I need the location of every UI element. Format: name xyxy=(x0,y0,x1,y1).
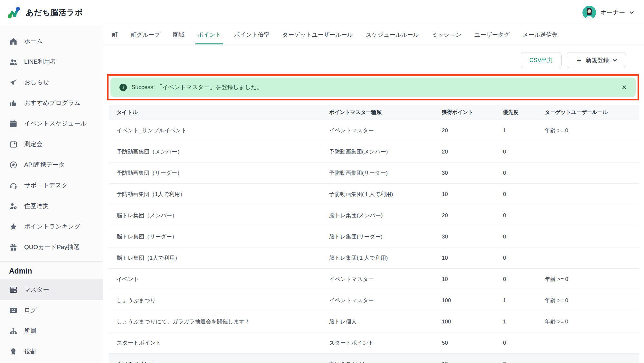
tab-town-group[interactable]: 町グループ xyxy=(124,25,166,44)
home-icon xyxy=(9,37,18,46)
close-icon[interactable]: × xyxy=(622,83,627,91)
avatar[interactable] xyxy=(582,6,596,19)
cell-title: イベント xyxy=(117,275,329,283)
master-icon xyxy=(9,285,18,294)
table-row[interactable]: スタートポイント スタートポイント 50 0 xyxy=(109,332,639,354)
cell-points: 100 xyxy=(442,319,503,325)
table-row[interactable]: 脳トレ集団（1人で利用） 脳トレ集団(１人で利用) 10 0 xyxy=(109,247,639,269)
cell-priority: 0 xyxy=(503,340,545,346)
tab-mail-destination[interactable]: メール送信先 xyxy=(516,25,564,44)
user-menu[interactable]: オーナー xyxy=(582,6,634,19)
sidebar-item-support-desk[interactable]: サポートデスク xyxy=(0,175,103,196)
table-row[interactable]: 予防動画集団（リーダー） 予防動画集団(リーダー) 30 0 xyxy=(109,163,639,184)
points-table: タイトル ポイントマスター種類 獲得ポイント 優先度 ターゲットユーザールール … xyxy=(109,105,639,363)
sidebar-item-label: ログ xyxy=(24,306,37,314)
table-row[interactable]: 脳トレ集団（リーダー） 脳トレ集団(リーダー) 30 0 xyxy=(109,226,639,247)
cell-title: イベント_サンプルイベント xyxy=(117,127,329,134)
cell-title: 脳トレ集団（1人で利用） xyxy=(117,254,329,262)
success-alert: i Success: 「イベントマスター」を登録しました。 × xyxy=(110,78,636,97)
sidebar-item-label: 所属 xyxy=(24,327,36,335)
cell-points: 20 xyxy=(442,212,503,219)
cell-type: 予防動画集団(メンバー) xyxy=(329,148,442,155)
success-alert-message: Success: 「イベントマスター」を登録しました。 xyxy=(131,83,262,91)
cell-type: 予防動画集団(１人で利用) xyxy=(329,191,442,198)
table-header-row: タイトル ポイントマスター種類 獲得ポイント 優先度 ターゲットユーザールール xyxy=(109,105,639,120)
tab-point-multiplier[interactable]: ポイント倍率 xyxy=(228,25,276,44)
column-header-title: タイトル xyxy=(117,109,329,116)
tab-user-tag[interactable]: ユーザータグ xyxy=(468,25,516,44)
sidebar-item-measurement[interactable]: 測定会 xyxy=(0,134,103,154)
cell-points: 10 xyxy=(442,276,503,283)
tab-points[interactable]: ポイント xyxy=(191,25,228,44)
headset-icon xyxy=(9,181,18,190)
cell-title: 脳トレ集団（リーダー） xyxy=(117,233,329,240)
app-title: あだち脳活ラボ xyxy=(26,7,83,18)
sidebar-item-affiliation[interactable]: 所属 xyxy=(0,321,103,341)
cell-title: しょうぶまつりにて、ガラガラ抽選会を開催します！ xyxy=(117,318,329,325)
tab-bar: 町 町グループ 圏域 ポイント ポイント倍率 ターゲットユーザールール スケジュ… xyxy=(103,25,644,44)
sidebar-divider xyxy=(0,261,103,262)
sidebar-item-log[interactable]: ログ xyxy=(0,300,103,321)
cell-type: スタートポイント xyxy=(329,339,442,347)
api-plug-icon xyxy=(9,161,18,169)
table-row[interactable]: 今日のポイント 本日のログイン 10 0 xyxy=(109,354,639,363)
sidebar-item-point-ranking[interactable]: ポイントランキング xyxy=(0,216,103,237)
table-row[interactable]: しょうぶまつりにて、ガラガラ抽選会を開催します！ 脳トレ個人 100 1 年齢 … xyxy=(109,311,639,332)
user-role-label: オーナー xyxy=(600,8,625,17)
table-row[interactable]: 予防動画集団（メンバー） 予防動画集団(メンバー) 20 0 xyxy=(109,141,639,163)
tab-area[interactable]: 圏域 xyxy=(166,25,191,44)
sidebar-item-role[interactable]: 役割 xyxy=(0,341,103,362)
cell-title: 予防動画集団（1人で利用） xyxy=(117,191,329,198)
cell-priority: 0 xyxy=(503,361,545,363)
send-icon xyxy=(9,78,18,87)
sidebar: ホーム LINE利用者 おしらせ おすすめプログラム イベントスケジュール 測定… xyxy=(0,25,103,363)
sidebar-item-label: 役割 xyxy=(24,347,36,356)
sidebar-item-event-schedule[interactable]: イベントスケジュール xyxy=(0,113,103,134)
sidebar-item-master[interactable]: マスター xyxy=(0,279,103,300)
cell-points: 30 xyxy=(442,234,503,240)
cell-priority: 0 xyxy=(503,191,545,198)
sidebar-item-label: マスター xyxy=(24,285,49,294)
table-row[interactable]: しょうぶまつり イベントマスター 100 1 年齢 >= 0 xyxy=(109,290,639,311)
badge-icon xyxy=(9,347,18,356)
table-row[interactable]: イベント イベントマスター 10 0 年齢 >= 0 xyxy=(109,269,639,290)
sidebar-item-quo-card-pay[interactable]: QUOカードPay抽選 xyxy=(0,237,103,257)
tab-mission[interactable]: ミッション xyxy=(425,25,468,44)
log-icon xyxy=(9,306,18,315)
info-icon: i xyxy=(119,84,127,91)
tab-schedule-rule[interactable]: スケジュールルール xyxy=(359,25,425,44)
chevron-down-icon xyxy=(629,10,634,15)
table-row[interactable]: イベント_サンプルイベント イベントマスター 20 1 年齢 >= 0 xyxy=(109,120,639,141)
cell-points: 10 xyxy=(442,191,503,198)
calendar-event-icon xyxy=(9,140,18,149)
csv-export-button[interactable]: CSV出力 xyxy=(521,52,562,68)
gift-icon xyxy=(9,243,18,252)
user-gear-icon xyxy=(9,202,18,210)
sidebar-item-api-data[interactable]: API連携データ xyxy=(0,154,103,175)
sidebar-item-label: QUOカードPay抽選 xyxy=(24,243,80,251)
chevron-down-icon xyxy=(612,58,617,63)
sidebar-item-recommended-programs[interactable]: おすすめプログラム xyxy=(0,93,103,113)
new-registration-button[interactable]: ＋ 新規登録 xyxy=(567,52,626,68)
cell-rule: 年齢 >= 0 xyxy=(545,318,631,325)
sidebar-item-line-users[interactable]: LINE利用者 xyxy=(0,51,103,72)
main-content: 町 町グループ 圏域 ポイント ポイント倍率 ターゲットユーザールール スケジュ… xyxy=(103,25,644,363)
table-row[interactable]: 脳トレ集団（メンバー） 脳トレ集団(メンバー) 20 0 xyxy=(109,205,639,226)
app-logo-icon xyxy=(6,5,21,20)
calendar-icon xyxy=(9,119,18,128)
cell-priority: 0 xyxy=(503,276,545,283)
tab-target-user-rule[interactable]: ターゲットユーザールール xyxy=(276,25,359,44)
table-row[interactable]: 予防動画集団（1人で利用） 予防動画集団(１人で利用) 10 0 xyxy=(109,184,639,205)
cell-priority: 0 xyxy=(503,149,545,155)
csv-export-label: CSV出力 xyxy=(529,56,553,64)
cell-priority: 1 xyxy=(503,127,545,134)
sidebar-item-news[interactable]: おしらせ xyxy=(0,72,103,93)
tab-town[interactable]: 町 xyxy=(106,25,124,44)
cell-type: 脳トレ集団(１人で利用) xyxy=(329,254,442,262)
cell-type: イベントマスター xyxy=(329,297,442,304)
sidebar-item-label: ポイントランキング xyxy=(24,222,80,231)
cell-type: イベントマスター xyxy=(329,275,442,283)
sidebar-item-juki-link[interactable]: 住基連携 xyxy=(0,196,103,216)
sidebar-item-home[interactable]: ホーム xyxy=(0,31,103,51)
app-screen: あだち脳活ラボ オーナー ホーム LINE利用者 xyxy=(0,0,644,363)
